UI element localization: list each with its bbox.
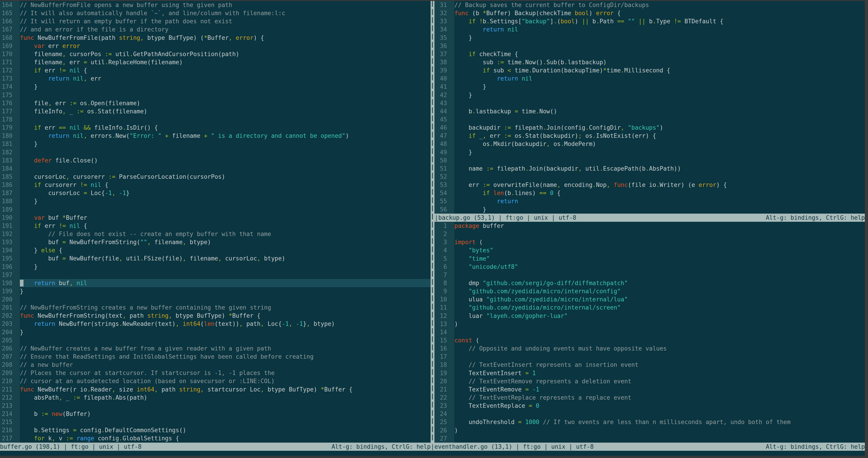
code-line[interactable]: 198 return buf, nil — [0, 279, 431, 287]
code-line[interactable]: 167// and an error if the file is a dire… — [0, 25, 431, 33]
code-line[interactable]: 203 return NewBuffer(strings.NewReader(t… — [0, 320, 431, 328]
code-line[interactable]: 206// NewBuffer creates a new buffer fro… — [0, 344, 431, 352]
code-line[interactable]: 176 file, err := os.Open(filename) — [0, 99, 431, 107]
code-line[interactable]: 17 — [434, 352, 865, 361]
code-line[interactable]: 179 if err == nil && fileInfo.IsDir() { — [0, 123, 431, 132]
code-line[interactable]: 4 "bytes" — [434, 246, 865, 254]
code-line[interactable]: 200 — [0, 295, 431, 304]
code-line[interactable]: 42 } — [434, 91, 865, 99]
code-line[interactable]: 48 os.Mkdir(backupdir, os.ModePerm) — [434, 140, 865, 148]
code-line[interactable]: 217 for k, v := range config.GlobalSetti… — [0, 434, 431, 442]
code-line[interactable]: 205 — [0, 336, 431, 344]
code-line[interactable]: 8 dmp "github.com/sergi/go-diff/diffmatc… — [434, 279, 865, 287]
code-line[interactable]: 199} — [0, 287, 431, 295]
code-line[interactable]: 50 — [434, 156, 865, 165]
code-line[interactable]: 39 if sub < time.Duration(backupTime)*ti… — [434, 66, 865, 75]
code-line[interactable]: 178 — [0, 115, 431, 123]
code-line[interactable]: 34 return nil — [434, 25, 865, 33]
pane-buffer-go[interactable]: 164// NewBufferFromFile opens a new buff… — [0, 1, 431, 442]
code-line[interactable]: 21 TextEventRemove = -1 — [434, 385, 865, 394]
code-line[interactable]: 208// a new buffer — [0, 361, 431, 369]
pane-eventhandler-go[interactable]: 1package buffer23import (4 "bytes"5 "tim… — [434, 222, 865, 442]
code-line[interactable]: 10 ulua "github.com/zyedidia/micro/inter… — [434, 295, 865, 304]
code-line[interactable]: 184 — [0, 165, 431, 173]
code-line[interactable]: 213 — [0, 402, 431, 410]
code-line[interactable]: 166// It will return an empty buffer if … — [0, 17, 431, 25]
code-line[interactable]: 190 var buf *Buffer — [0, 213, 431, 222]
code-line[interactable]: 170 filename, cursorPos := util.GetPathA… — [0, 50, 431, 58]
code-line[interactable]: 194 } else { — [0, 246, 431, 254]
code-line[interactable]: 36 — [434, 42, 865, 50]
code-line[interactable]: 46 backupdir := filepath.Join(config.Con… — [434, 123, 865, 132]
code-line[interactable]: 185 cursorLoc, cursorerr := ParseCursorL… — [0, 173, 431, 181]
code-line[interactable]: 20 // TextEventRemove represents a delet… — [434, 377, 865, 385]
code-line[interactable]: 33 if !b.Settings["backup"].(bool) || b.… — [434, 17, 865, 25]
code-line[interactable]: 56 } — [434, 205, 865, 213]
code-line[interactable]: 196 } — [0, 263, 431, 271]
code-line[interactable]: 6 "unicode/utf8" — [434, 263, 865, 271]
code-line[interactable]: 173 return nil, err — [0, 75, 431, 83]
code-line[interactable]: 7 — [434, 271, 865, 279]
code-line[interactable]: 189 — [0, 205, 431, 213]
code-line[interactable]: 174 } — [0, 83, 431, 91]
code-line[interactable]: 47 if _, err := os.Stat(backupdir); os.I… — [434, 132, 865, 140]
code-line[interactable]: 202func NewBufferFromString(text, path s… — [0, 312, 431, 320]
code-line[interactable]: 164// NewBufferFromFile opens a new buff… — [0, 1, 431, 9]
code-line[interactable]: 172 if err != nil { — [0, 66, 431, 75]
code-line[interactable]: 52 — [434, 173, 865, 181]
code-line[interactable]: 2 — [434, 230, 865, 238]
code-line[interactable]: 216 b.Settings = config.DefaultCommonSet… — [0, 426, 431, 434]
code-line[interactable]: 183 defer file.Close() — [0, 156, 431, 165]
code-line[interactable]: 55 return — [434, 197, 865, 205]
code-line[interactable]: 180 return nil, errors.New("Error: " + f… — [0, 132, 431, 140]
code-line[interactable]: 212 absPath, _ := filepath.Abs(path) — [0, 394, 431, 402]
code-line[interactable]: 16 // Opposite and undoing events must h… — [434, 344, 865, 352]
code-line[interactable]: 3import ( — [434, 238, 865, 246]
code-line[interactable]: 37 if checkTime { — [434, 50, 865, 58]
code-line[interactable]: 215 — [0, 418, 431, 426]
code-line[interactable]: 18 // TextEventInsert represents an inse… — [434, 361, 865, 369]
pane-backup-go[interactable]: 31// Backup saves the current buffer to … — [434, 1, 865, 213]
code-line[interactable]: 9 "github.com/zyedidia/micro/internal/co… — [434, 287, 865, 295]
code-line[interactable]: 214 b := new(Buffer) — [0, 410, 431, 418]
code-line[interactable]: 193 buf = NewBufferFromString("", filena… — [0, 238, 431, 246]
code-line[interactable]: 53 err := overwriteFile(name, encoding.N… — [434, 181, 865, 189]
code-line[interactable]: 24 — [434, 410, 865, 418]
code-line[interactable]: 44 b.lastbackup = time.Now() — [434, 107, 865, 115]
code-line[interactable]: 210// cursor at an autodetected location… — [0, 377, 431, 385]
code-line[interactable]: 204} — [0, 328, 431, 336]
code-line[interactable]: 177 fileInfo, _ := os.Stat(filename) — [0, 107, 431, 115]
code-line[interactable]: 40 return nil — [434, 75, 865, 83]
code-line[interactable]: 14 — [434, 328, 865, 336]
code-line[interactable]: 168func NewBufferFromFile(path string, b… — [0, 34, 431, 42]
code-line[interactable]: 13) — [434, 320, 865, 328]
code-line[interactable]: 211func NewBuffer(r io.Reader, size int6… — [0, 385, 431, 394]
code-line[interactable]: 23 TextEventReplace = 0 — [434, 402, 865, 410]
code-line[interactable]: 175 — [0, 91, 431, 99]
code-line[interactable]: 181 } — [0, 140, 431, 148]
code-line[interactable]: 182 — [0, 148, 431, 156]
code-line[interactable]: 32func (b *Buffer) Backup(checkTime bool… — [434, 9, 865, 17]
code-line[interactable]: 192 // File does not exist -- create an … — [0, 230, 431, 238]
code-line[interactable]: 15const ( — [434, 336, 865, 344]
code-line[interactable]: 187 cursorLoc = Loc{-1, -1} — [0, 189, 431, 197]
code-line[interactable]: 171 filename, err = util.ReplaceHome(fil… — [0, 58, 431, 66]
code-line[interactable]: 201// NewBufferFromString creates a new … — [0, 304, 431, 312]
code-line[interactable]: 26) — [434, 426, 865, 434]
code-line[interactable]: 11 "github.com/zyedidia/micro/internal/s… — [434, 304, 865, 312]
code-line[interactable]: 38 sub := time.Now().Sub(b.lastbackup) — [434, 58, 865, 66]
code-line[interactable]: 191 if err != nil { — [0, 222, 431, 230]
code-line[interactable]: 209// Places the cursor at startcursor. … — [0, 369, 431, 377]
code-line[interactable]: 186 if cursorerr != nil { — [0, 181, 431, 189]
code-line[interactable]: 197 — [0, 271, 431, 279]
code-line[interactable]: 12 luar "layeh.com/gopher-luar" — [434, 312, 865, 320]
code-line[interactable]: 19 TextEventInsert = 1 — [434, 369, 865, 377]
code-line[interactable]: 35 } — [434, 34, 865, 42]
code-line[interactable]: 169 var err error — [0, 42, 431, 50]
code-line[interactable]: 31// Backup saves the current buffer to … — [434, 1, 865, 9]
code-line[interactable]: 5 "time" — [434, 255, 865, 263]
code-line[interactable]: 51 name := filepath.Join(backupdir, util… — [434, 165, 865, 173]
code-line[interactable]: 207// Ensure that ReadSettings and InitG… — [0, 352, 431, 361]
code-line[interactable]: 43 — [434, 99, 865, 107]
code-line[interactable]: 165// It will also automatically handle … — [0, 9, 431, 17]
